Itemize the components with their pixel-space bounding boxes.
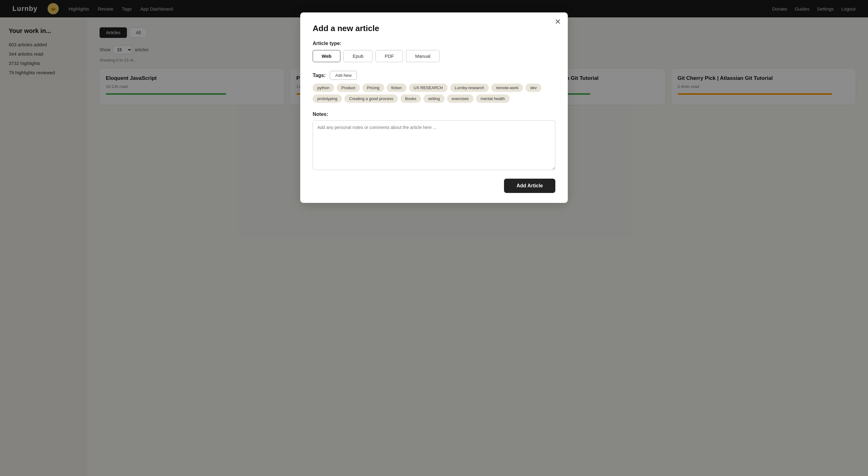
tag-remote-work[interactable]: remote-work	[491, 83, 523, 92]
type-btn-manual[interactable]: Manual	[406, 50, 439, 62]
tag-exercises[interactable]: exercises	[447, 95, 473, 103]
tag-fiction[interactable]: fiction	[387, 83, 407, 92]
modal-footer: Add Article	[313, 179, 555, 193]
notes-textarea[interactable]	[313, 120, 555, 170]
tag-creating-good-process[interactable]: Creating a good process	[344, 95, 398, 103]
add-new-tag-button[interactable]: Add New	[330, 71, 357, 80]
tag-books[interactable]: Books	[400, 95, 421, 103]
tags-label: Tags:	[313, 73, 326, 78]
type-btn-epub[interactable]: Epub	[343, 50, 372, 62]
tag-dev[interactable]: dev	[525, 83, 541, 92]
tag-prototyping[interactable]: prototyping	[313, 95, 342, 103]
modal-overlay[interactable]: ✕ Add a new article Article type: Web Ep…	[0, 0, 868, 476]
tag-mental-health[interactable]: mental health	[476, 95, 509, 103]
add-article-modal: ✕ Add a new article Article type: Web Ep…	[300, 12, 568, 203]
tag-python[interactable]: python	[313, 83, 334, 92]
modal-title: Add a new article	[313, 24, 555, 33]
tag-product[interactable]: Product	[337, 83, 360, 92]
tag-ux-research[interactable]: UX RESEARCH	[409, 83, 448, 92]
add-article-button[interactable]: Add Article	[504, 179, 555, 193]
article-type-label: Article type:	[313, 41, 555, 46]
tags-cloud: python Product Pricing fiction UX RESEAR…	[313, 83, 555, 103]
article-type-row: Web Epub PDF Manual	[313, 50, 555, 62]
type-btn-pdf[interactable]: PDF	[375, 50, 403, 62]
type-btn-web[interactable]: Web	[313, 50, 340, 62]
notes-label: Notes:	[313, 111, 555, 117]
tags-header: Tags: Add New	[313, 71, 555, 80]
tag-lurnby-research[interactable]: Lurnby-research	[450, 83, 489, 92]
modal-close-button[interactable]: ✕	[555, 18, 561, 26]
tag-pricing[interactable]: Pricing	[363, 83, 384, 92]
tag-writing[interactable]: writing	[424, 95, 444, 103]
